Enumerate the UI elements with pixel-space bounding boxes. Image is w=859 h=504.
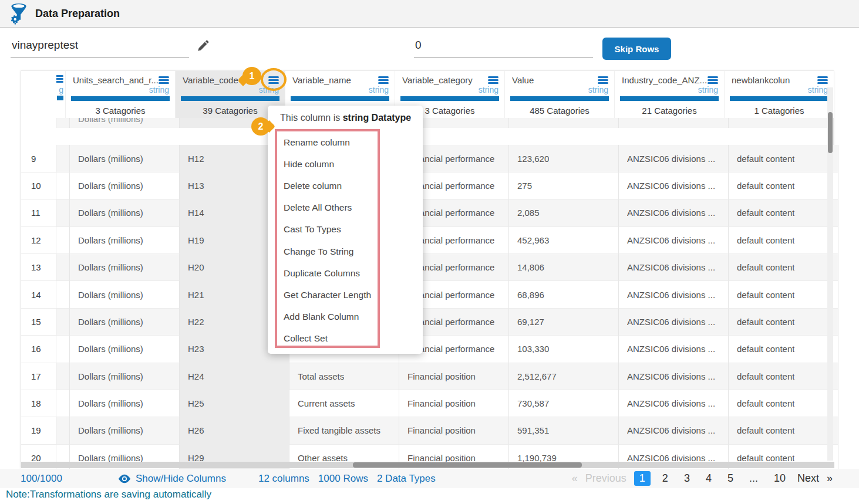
cell-value: 14,806 xyxy=(509,254,619,281)
column-name: Units_search_and_r... xyxy=(73,75,159,85)
cell-newblankcolun: default content xyxy=(729,281,838,308)
rows-count[interactable]: 1000 Rows xyxy=(318,473,368,485)
data-types-count[interactable]: 2 Data Types xyxy=(377,473,436,485)
next-arrow[interactable]: » xyxy=(827,472,833,485)
horizontal-scrollbar-thumb[interactable] xyxy=(353,462,582,468)
menu-item[interactable]: Change To String xyxy=(277,241,378,262)
cell-industry-code: ANZSIC06 divisions ... xyxy=(619,336,729,363)
table-header-row: g Units_search_and_r...string3 Catagorie… xyxy=(21,71,828,118)
cell-clipped xyxy=(56,254,70,281)
menu-item[interactable]: Delete All Others xyxy=(277,197,378,219)
row-number-cell: 19 xyxy=(21,417,56,444)
table-row: 10Dollars (millions)H13Financial perform… xyxy=(21,172,828,199)
show-hide-eye-icon xyxy=(118,473,131,484)
cell-industry-code: ANZSIC06 divisions ... xyxy=(619,145,729,172)
edit-pencil-icon[interactable] xyxy=(194,39,211,55)
show-hide-columns-button[interactable]: Show/Hide Columns xyxy=(118,473,226,485)
column-type-fragment: g xyxy=(59,85,63,94)
menu-item[interactable]: Hide column xyxy=(277,153,378,175)
cell-variable-code: H24 xyxy=(180,363,289,390)
cell-units: Dollars (millions) xyxy=(70,227,180,254)
menu-item[interactable]: Rename column xyxy=(277,131,378,153)
row-number-cell xyxy=(21,118,56,128)
annotation-highlight-box: Rename columnHide columnDelete columnDel… xyxy=(275,129,380,348)
menu-item[interactable]: Get Character Length xyxy=(277,284,378,306)
next-button[interactable]: Next xyxy=(797,472,819,485)
cell-clipped xyxy=(56,363,70,390)
menu-item[interactable]: Duplicate Columns xyxy=(277,262,378,284)
cell-units: Dollars (millions) xyxy=(70,172,180,199)
page-button[interactable]: 3 xyxy=(680,471,694,486)
table-row: 11Dollars (millions)H14Financial perform… xyxy=(21,199,828,226)
cell-industry-code: ANZSIC06 divisions ... xyxy=(619,227,729,254)
page-button[interactable]: 4 xyxy=(702,471,716,486)
column-name: Value xyxy=(512,75,534,85)
skip-rows-button[interactable]: Skip Rows xyxy=(602,38,671,60)
page-button[interactable]: 1 xyxy=(634,471,651,486)
cell-newblankcolun: default content xyxy=(729,199,838,226)
column-menu-icon[interactable] xyxy=(598,76,608,84)
column-menu-icon[interactable] xyxy=(488,76,498,84)
cell-newblankcolun: default content xyxy=(729,254,838,281)
column-menu-icon[interactable] xyxy=(56,75,63,83)
cell-newblankcolun: default content xyxy=(729,309,838,336)
menu-item[interactable]: Cast To Types xyxy=(277,219,378,241)
cell-clipped xyxy=(56,281,70,308)
annotation-ring xyxy=(261,68,287,91)
previous-button[interactable]: Previous xyxy=(585,472,626,485)
table-row: 9Dollars (millions)H12Financial performa… xyxy=(21,145,828,172)
column-name: Variable_code xyxy=(183,75,238,85)
column-menu-icon[interactable] xyxy=(159,76,169,84)
page-button[interactable]: 5 xyxy=(723,471,737,486)
annotation-badge-1: 1 xyxy=(242,67,261,85)
cell-value: 2,512,677 xyxy=(509,363,619,390)
column-menu-icon[interactable] xyxy=(817,76,828,84)
vertical-scrollbar[interactable] xyxy=(827,87,833,461)
cell-variable-code: H26 xyxy=(180,417,289,444)
page-button[interactable]: 10 xyxy=(770,471,790,486)
page-button[interactable]: 2 xyxy=(658,471,672,486)
cell-value: 275 xyxy=(509,172,619,199)
cell-clipped xyxy=(56,309,70,336)
cell-units: Dollars (millions) xyxy=(70,417,180,444)
table-row: 18Dollars (millions)H25Current assetsFin… xyxy=(21,390,828,417)
column-quality-bar xyxy=(57,96,63,100)
column-menu-icon[interactable] xyxy=(708,76,718,84)
column-header[interactable]: Units_search_and_r...string3 Catagories xyxy=(66,71,176,118)
annotation-badge-2: 2 xyxy=(251,117,270,136)
column-categories-count: 3 Catagories xyxy=(66,101,175,116)
cell-value: 2,085 xyxy=(509,199,619,226)
menu-item[interactable]: Delete column xyxy=(277,175,378,197)
skip-rows-input[interactable] xyxy=(414,36,593,57)
cell-industry-code xyxy=(619,118,729,128)
cell-industry-code: ANZSIC06 divisions ... xyxy=(619,417,729,444)
previous-arrow[interactable]: « xyxy=(572,472,578,485)
column-type-label: string xyxy=(725,85,834,95)
cell-industry-code: ANZSIC06 divisions ... xyxy=(619,363,729,390)
cell-units: Dollars (millions) xyxy=(70,118,180,128)
cell-value: 68,896 xyxy=(509,281,619,308)
menu-item[interactable]: Add Blank Column xyxy=(277,306,378,328)
column-header[interactable]: newblankcolunstring1 Catagories xyxy=(725,71,834,118)
table-row: 13Dollars (millions)H20Financial perform… xyxy=(21,254,828,281)
cell-variable-category: Financial position xyxy=(399,390,509,417)
horizontal-scrollbar[interactable] xyxy=(21,462,834,468)
table-row: 15Dollars (millions)H22Financial perform… xyxy=(21,309,828,336)
vertical-scrollbar-thumb[interactable] xyxy=(828,112,833,153)
menu-item[interactable]: Collect Set xyxy=(277,328,378,350)
cell-value: 730,587 xyxy=(509,390,619,417)
column-header[interactable]: Industry_code_ANZ...string21 Catagories xyxy=(615,71,725,118)
cell-units: Dollars (millions) xyxy=(70,254,180,281)
column-header[interactable]: Valuestring485 Catagories xyxy=(505,71,615,118)
row-number-cell: 17 xyxy=(21,363,56,390)
column-context-menu: This column is string Datatype Rename co… xyxy=(268,106,423,354)
column-quality-bar xyxy=(71,96,170,101)
column-menu-icon[interactable] xyxy=(378,76,389,84)
row-count-indicator[interactable]: 100/1000 xyxy=(21,473,62,485)
columns-count[interactable]: 12 columns xyxy=(258,473,309,485)
dataset-name-input[interactable] xyxy=(11,36,189,57)
cell-variable-code: H25 xyxy=(180,390,289,417)
row-number-cell: 9 xyxy=(21,145,56,172)
cell-industry-code: ANZSIC06 divisions ... xyxy=(619,254,729,281)
cell-clipped xyxy=(56,390,70,417)
